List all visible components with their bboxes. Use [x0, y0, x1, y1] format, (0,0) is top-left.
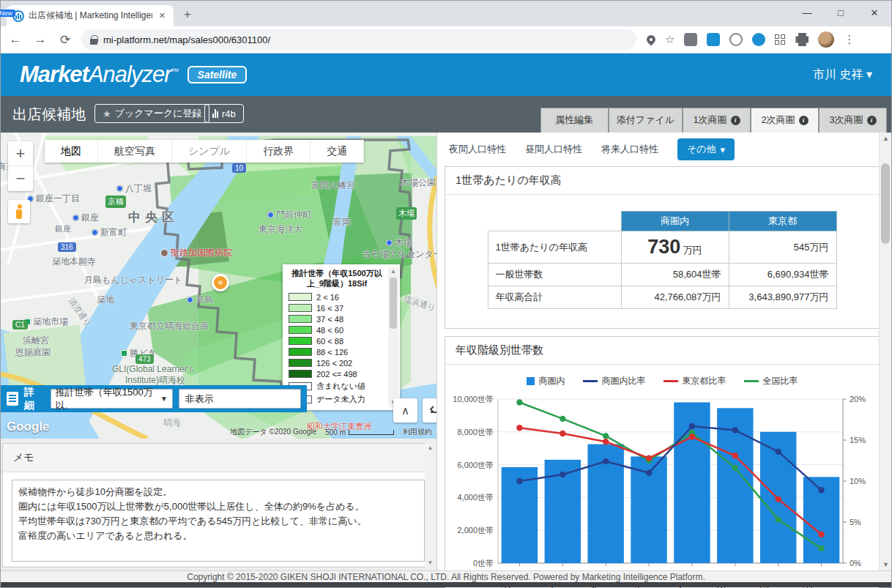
visibility-select[interactable]: 非表示: [179, 389, 301, 409]
tab-close-icon[interactable]: ✕: [157, 11, 168, 21]
detail-label[interactable]: 詳細: [24, 386, 45, 412]
map-label: 恩賜庭園: [15, 346, 51, 359]
route-shield: 316: [58, 242, 76, 252]
legend-range-label: 2 < 16: [316, 293, 339, 302]
map-label-text: 浜離宮: [23, 335, 49, 347]
user-menu[interactable]: 市川 史祥 ▾: [813, 67, 872, 83]
feature-tab-2[interactable]: 昼間人口特性: [525, 143, 582, 156]
cloud-extension-icon[interactable]: [752, 33, 765, 46]
legend-range-label: 37 < 48: [316, 315, 343, 324]
browser-menu-icon[interactable]: ⋮: [844, 33, 855, 46]
app-header: MarketAnalyzer™ Satellite 市川 史祥 ▾: [1, 53, 891, 96]
area-tab-4[interactable]: 2次商圏i: [751, 108, 819, 133]
terms-link[interactable]: 利用規約: [403, 427, 432, 437]
area-tab-2[interactable]: 添付ファイル: [609, 108, 683, 133]
left-scroll-up-icon[interactable]: ▲: [425, 444, 436, 451]
legend-swatch: [289, 326, 312, 334]
collapse-panel-button[interactable]: ∧: [393, 398, 417, 423]
svg-text:0%: 0%: [850, 559, 861, 567]
feature-tab-3[interactable]: 将来人口特性: [601, 143, 658, 156]
reload-button[interactable]: ⟳: [56, 32, 74, 48]
map-type-button-3[interactable]: シンプル: [172, 140, 247, 163]
income-card: 1世帯あたりの年収高 商圏内東京都1世帯あたりの年収高730 万円545万円一般…: [445, 166, 880, 329]
memo-textarea[interactable]: [12, 480, 425, 562]
new-tab-button[interactable]: +: [184, 7, 191, 22]
info-icon[interactable]: i: [731, 116, 740, 125]
legend-line-icon: [583, 380, 598, 382]
map-scale: 500 m: [325, 428, 394, 436]
map-label: 木場: [386, 237, 412, 249]
income-value-tokyo: 6,690,934世帯: [729, 264, 836, 286]
svg-text:2,000世帯: 2,000世帯: [457, 526, 494, 535]
legend-range-label: 60 < 88: [316, 337, 343, 346]
area-tab-1[interactable]: 属性編集: [540, 108, 609, 133]
back-button[interactable]: ←: [7, 32, 24, 47]
bookmark-star-icon[interactable]: ☆: [665, 33, 674, 46]
extensions-puzzle-icon[interactable]: [795, 33, 809, 46]
window-minimize-button[interactable]: —: [790, 1, 824, 26]
income-row-3: 年収高合計42,766,087万円3,643,890,977万円: [488, 286, 836, 309]
dock-button[interactable]: [423, 398, 436, 423]
route-shield: 10: [232, 163, 246, 173]
user-name: 市川 史祥: [813, 68, 863, 81]
tab-title: 出店候補地 | Marketing Intelligen: [29, 10, 152, 22]
legend-swatch: [289, 348, 312, 356]
legend-title: 推計世帯（年収1500万以上_9階級）18Sif: [289, 269, 385, 289]
pdf-extension-icon[interactable]: [684, 33, 697, 46]
address-bar[interactable]: mi-platform.net/map/sales000/6301100/: [81, 29, 636, 50]
area-tab-5[interactable]: 3次商圏i: [819, 108, 887, 133]
route-shield: 京橋: [105, 196, 126, 208]
info-icon[interactable]: i: [799, 116, 809, 125]
map-type-button-4[interactable]: 行政界: [247, 140, 311, 163]
zoom-out-button[interactable]: −: [8, 166, 33, 191]
info-icon[interactable]: i: [867, 116, 877, 125]
circle-extension-icon[interactable]: [729, 33, 743, 46]
svg-text:20%: 20%: [850, 395, 866, 403]
candidate-site-marker[interactable]: [212, 274, 229, 291]
map-label-text: 月島: [196, 294, 213, 306]
extension-new-icon[interactable]: New: [707, 33, 720, 46]
left-scroll-down-icon[interactable]: ▼: [425, 559, 436, 566]
area-tab-3[interactable]: 1次商圏i: [683, 108, 751, 133]
metro-icon: [73, 215, 79, 221]
map-type-button-1[interactable]: 地図: [45, 140, 98, 163]
right-scroll-thumb[interactable]: [881, 163, 890, 244]
map-label-text: 晴海: [163, 417, 181, 429]
map-canvas[interactable]: 有楽町銀座一丁目銀座銀座八丁堀新川中央区新富町聖路加国際病院築地本願寺月島もんじ…: [1, 133, 436, 439]
window-maximize-button[interactable]: □: [824, 1, 858, 26]
right-pane-scrollbar[interactable]: ▲ ▼: [879, 133, 891, 570]
legend-scrollbar[interactable]: ▲ ▼: [388, 267, 398, 407]
map-label: 銀座: [73, 212, 99, 224]
bookmark-register-button[interactable]: ★ブックマークに登録: [94, 104, 209, 123]
map-type-button-5[interactable]: 交通: [311, 140, 364, 163]
streetview-pegman[interactable]: [8, 200, 30, 223]
legend-scroll-up-icon[interactable]: ▲: [388, 267, 398, 276]
left-pane-scrollbar[interactable]: ▲ ▼: [425, 443, 436, 567]
metro-icon: [267, 212, 274, 218]
income-table: 商圏内東京都1世帯あたりの年収高730 万円545万円一般世帯数58,604世帯…: [488, 211, 837, 309]
apps-grid-icon[interactable]: [775, 34, 786, 45]
layer-select[interactable]: 推計世帯（年収1500万以.▼: [51, 389, 173, 409]
location-pin-icon[interactable]: [645, 34, 658, 46]
right-scroll-up-icon[interactable]: ▲: [880, 135, 892, 142]
legend-scroll-thumb[interactable]: [390, 278, 397, 329]
map-label-text: 門前仲町: [276, 209, 311, 221]
right-scroll-down-icon[interactable]: ▼: [880, 561, 892, 568]
map-label: 東京海洋大: [259, 223, 302, 236]
chart-legend-label: 商圏内: [539, 375, 565, 387]
map-type-switcher: 地図航空写真シンプル行政界交通: [45, 140, 364, 163]
map-label: 聖路加国際病院: [160, 247, 232, 259]
metro-icon: [92, 229, 98, 236]
route-shield: C1: [12, 320, 28, 330]
browser-tab[interactable]: 出店候補地 | Marketing Intelligen ✕: [7, 5, 174, 26]
zoom-in-button[interactable]: +: [8, 141, 33, 166]
chevron-down-icon: ▼: [160, 395, 168, 403]
forward-button[interactable]: →: [31, 32, 49, 47]
profile-avatar[interactable]: [818, 31, 834, 48]
url-text[interactable]: mi-platform.net/map/sales000/6301100/: [103, 34, 270, 45]
window-close-button[interactable]: ✕: [858, 1, 891, 26]
r4b-button[interactable]: r4b: [204, 104, 244, 123]
feature-tab-more[interactable]: その他▾: [677, 138, 735, 160]
map-type-button-2[interactable]: 航空写真: [98, 140, 172, 163]
feature-tab-1[interactable]: 夜間人口特性: [449, 143, 506, 156]
